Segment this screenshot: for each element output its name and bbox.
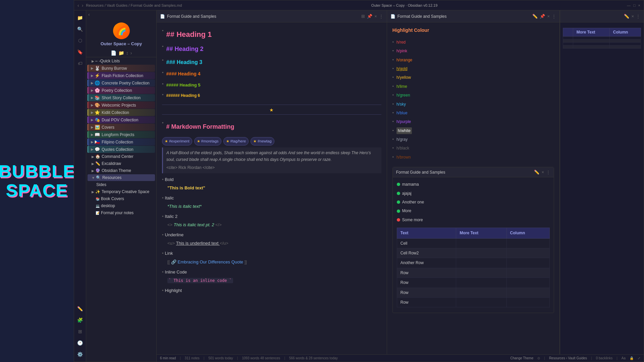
graph-icon-button[interactable]: ⬡ <box>75 36 85 45</box>
sidebar-item-label: Filipino Collection <box>102 140 133 144</box>
pane-more-button[interactable]: ⋮ <box>379 14 383 19</box>
float-table-more-text: More Text <box>573 28 609 37</box>
chevron-icon: ▶ <box>91 140 94 144</box>
table-icon-button[interactable]: ⊞ <box>75 327 85 336</box>
collapse-sidebar-button[interactable]: ‹ <box>86 10 156 18</box>
clock-icon-button[interactable]: 🕐 <box>75 338 85 348</box>
color-black: h/black <box>392 144 554 153</box>
pane-split-button[interactable]: ⊞ <box>361 14 365 19</box>
right-more-button[interactable]: ⋮ <box>636 14 640 19</box>
sidebar-item-temp-creative[interactable]: ▶ ✨ Temporary Creative Space <box>88 188 155 195</box>
pane-pin-button[interactable]: 📌 <box>367 14 372 19</box>
expand-icon: ⤢ <box>638 356 640 360</box>
vault-name: Outer Space – Copy <box>101 41 142 46</box>
sidebar-item-sides[interactable]: Sides <box>88 181 155 188</box>
color-gold: h/gold <box>392 64 554 73</box>
sidebar-item-label: Sides <box>92 182 106 187</box>
nav-forward-button[interactable]: › <box>82 3 84 8</box>
sidebar-item-concrete-poetry[interactable]: ▶ 🌐 Concrete Poetry Collection <box>88 79 155 86</box>
sub-edit-button[interactable]: ✏️ <box>534 169 539 176</box>
color-brown: h/brown <box>392 153 554 162</box>
plugin-icon-button[interactable]: 🧩 <box>75 315 85 325</box>
new-folder-button[interactable]: 📁 <box>118 50 124 56</box>
sidebar-item-webcomic[interactable]: ▶ 🎨 Webcomic Projects <box>88 102 155 109</box>
pane-close-button[interactable]: × <box>374 14 377 19</box>
sidebar-item-book-covers[interactable]: 📚 Book Covers <box>88 195 155 202</box>
sidebar-item-desktop[interactable]: 💻 desktop <box>88 202 155 209</box>
color-red: h/red <box>392 38 554 47</box>
tag-icon-button[interactable]: 🏷 <box>75 59 85 68</box>
editor-pane-1: 📄 Format Guide and Samples ⊞ 📌 × ⋮ <box>157 10 387 354</box>
files-icon-button[interactable]: 📁 <box>75 13 85 22</box>
sidebar-item-covers[interactable]: ▶ 🖼️ Covers <box>88 124 155 131</box>
link-text[interactable]: 🔗 Embracing Our Differences Quote <box>171 259 243 264</box>
minimize-button[interactable]: — <box>627 3 631 7</box>
breadcrumb-status[interactable]: Resources › Vault Guides <box>549 356 587 360</box>
underline-text: This is underlined text <box>176 241 220 246</box>
file-toolbar: 📄 📁 ↕ › <box>86 49 156 57</box>
heading-4: #### Heading 4 <box>166 70 201 78</box>
font-size-button[interactable]: Aa <box>622 356 626 360</box>
pane-2-title-text: Format Guide and Samples <box>397 14 447 19</box>
sidebar-item-poetry[interactable]: ▶ 🌸 Poetry Collection <box>88 87 155 94</box>
pane2-more-button[interactable]: ⋮ <box>552 14 556 19</box>
pane-2-content[interactable]: Highlight Colour h/red h/pink h/orange h… <box>387 22 559 354</box>
sidebar-item-longform[interactable]: ▶ 📖 Longform Projects <box>88 131 155 138</box>
heading-5: ##### Heading 5 <box>166 81 201 89</box>
italic2-text: This is italic text pt. 2 <box>174 222 215 227</box>
bookmarks-icon-button[interactable]: 🔖 <box>75 47 85 57</box>
pane-1-content[interactable]: ## Heading 1 ## Heading 2 ### Heading 3 … <box>157 22 387 354</box>
sub-close-button[interactable]: × <box>541 169 544 176</box>
heading-2: ## Heading 2 <box>166 44 204 54</box>
pane2-pin-button[interactable]: 📌 <box>540 14 545 19</box>
sidebar-item-command-center[interactable]: ▶ 🏠 Command Center <box>88 153 155 160</box>
sidebar-item-kidlit[interactable]: ▶ ⭐ Kidlit Collection <box>88 109 155 116</box>
tag-newtag[interactable]: ★ #newtag <box>251 137 274 145</box>
color-gray: h/gray <box>392 135 554 144</box>
window-controls[interactable]: — □ × <box>627 3 640 7</box>
sidebar-item-format-notes[interactable]: 📝 Format your notes <box>88 209 155 216</box>
right-close-button[interactable]: × <box>631 14 634 19</box>
table-cell: Row <box>397 297 456 307</box>
pencil-icon-button[interactable]: ✏️ <box>75 304 85 313</box>
tag-here[interactable]: ★ #tag/here <box>223 137 249 145</box>
right-edit-button[interactable]: ✏️ <box>624 14 629 19</box>
more-button[interactable]: › <box>130 50 132 56</box>
table-header-column: Column <box>506 228 549 238</box>
pane2-close-button[interactable]: × <box>547 14 550 19</box>
change-theme-button[interactable]: Change Theme <box>511 356 534 360</box>
table-header-more-text: More Text <box>456 228 506 238</box>
tag-moretags[interactable]: ★ #moretags <box>194 137 221 145</box>
sidebar-item-label: Format your notes <box>101 210 133 215</box>
sidebar-item-quotes[interactable]: ▶ 💬 Quotes Collection <box>88 146 155 153</box>
maximize-button[interactable]: □ <box>633 3 636 7</box>
file-icon: 📄 <box>160 14 165 19</box>
sidebar-item-label: Webcomic Projects <box>102 103 136 108</box>
main-area: 📁 🔍 ⬡ 🔖 🏷 ✏️ 🧩 ⊞ 🕐 ⚙️ ‹ 🌈 Outer Space – … <box>74 10 644 362</box>
search-icon-button[interactable]: 🔍 <box>75 24 85 34</box>
sidebar-item-obsidian-theme[interactable]: ▶ 🔮 Obsidian Theme <box>88 167 155 174</box>
sidebar-item-resources[interactable]: ▼ 🔍 Resources <box>88 174 155 181</box>
sub-more-button[interactable]: ⋮ <box>546 169 550 176</box>
table-row: Row <box>397 278 549 288</box>
table-cell: Another Row <box>397 258 456 268</box>
sidebar-item-excalidraw[interactable]: ▶ ✏️ Excalidraw <box>88 160 155 167</box>
sidebar-item-bunny-burrow[interactable]: ▶ 🐰 Bunny Burrow <box>88 65 155 72</box>
sort-button[interactable]: ↕ <box>126 50 128 56</box>
sidebar-item-filipino[interactable]: ▶ 🇵🇭 Filipino Collection <box>88 138 155 145</box>
close-button[interactable]: × <box>638 3 640 7</box>
pane2-edit-button[interactable]: ✏️ <box>532 14 538 19</box>
sidebar-item-flash-fiction[interactable]: ▶ ⚡ Flash Fiction Collection <box>88 72 155 79</box>
tag-experiment[interactable]: ★ #experiment <box>162 137 192 145</box>
settings-icon-button[interactable]: ⚙️ <box>75 350 85 359</box>
pane-2-header: 📄 Format Guide and Samples ✏️ 📌 × ⋮ <box>387 10 559 22</box>
list-item-some-more: Some more <box>397 216 550 224</box>
heading-1-line: ## Heading 1 <box>162 26 381 42</box>
inline-code-label: Inline Code <box>162 268 381 276</box>
sidebar-item-dual-pov[interactable]: ▶ 🎭 Dual POV Collection <box>88 116 155 123</box>
heading-4-line: #### Heading 4 <box>162 68 381 80</box>
sidebar-item-quick-lists[interactable]: ▶ – -Quick Lists <box>88 58 155 64</box>
nav-back-button[interactable]: ‹ <box>77 3 79 8</box>
sidebar-item-short-story[interactable]: ▶ 📚 Short Story Collection <box>88 94 155 101</box>
new-file-button[interactable]: 📄 <box>111 50 116 56</box>
